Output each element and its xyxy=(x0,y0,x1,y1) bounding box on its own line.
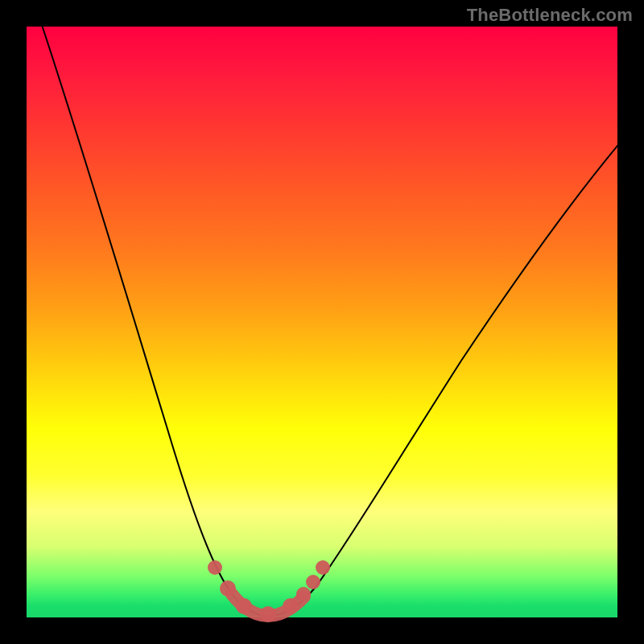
plot-area xyxy=(27,27,617,617)
marker-dot xyxy=(260,606,276,622)
marker-dot xyxy=(236,598,252,614)
chart-frame: TheBottleneck.com xyxy=(0,0,644,644)
curve-path xyxy=(37,10,626,616)
marker-dot xyxy=(296,587,311,601)
bottleneck-curve xyxy=(27,27,617,617)
marker-dot xyxy=(283,598,299,614)
marker-dot xyxy=(316,560,330,575)
marker-dot xyxy=(220,580,236,597)
watermark-text: TheBottleneck.com xyxy=(467,5,633,26)
marker-dot xyxy=(208,560,222,575)
marker-dot xyxy=(306,575,320,589)
